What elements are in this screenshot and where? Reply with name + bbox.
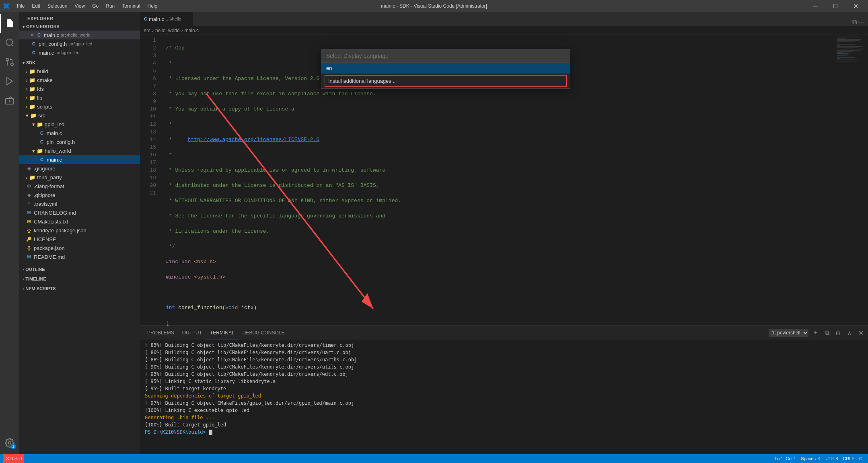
file-package-json[interactable]: {} package.json: [19, 244, 140, 252]
file-changelog[interactable]: M CHANGELOG.md: [19, 208, 140, 217]
error-count: 0: [10, 456, 13, 461]
minimize-button[interactable]: ─: [806, 0, 825, 12]
new-terminal-btn[interactable]: +: [812, 329, 820, 337]
menu-run[interactable]: Run: [103, 2, 118, 10]
install-languages-option[interactable]: Install additional languages...: [325, 75, 567, 87]
file-clang-format[interactable]: ⚙ .clang-format: [19, 182, 140, 191]
file-main-gpio[interactable]: C main.c: [19, 129, 140, 137]
tab-terminal[interactable]: TERMINAL: [206, 326, 239, 340]
folder-cmake[interactable]: › 📁 cmake: [19, 76, 140, 84]
close-main-hello-btn[interactable]: ✕: [31, 33, 34, 38]
md-icon-readme: M: [26, 254, 32, 260]
file-gitignore2[interactable]: ◈ .gitignore: [19, 191, 140, 199]
lang-option-en[interactable]: en: [321, 63, 570, 74]
file-kendryte-pkg[interactable]: {} kendryte-package.json: [19, 226, 140, 235]
timeline-chevron: ›: [23, 277, 24, 281]
sdk-header[interactable]: ▾ SDK: [19, 59, 140, 67]
npm-scripts-header[interactable]: › NPM SCRIPTS: [19, 285, 140, 293]
file-readme-label: README.md: [34, 254, 65, 260]
activity-git[interactable]: [0, 52, 19, 72]
menu-selection[interactable]: Selection: [44, 2, 70, 10]
tab-main-c[interactable]: C main.c ...\\hello ✕: [140, 12, 193, 26]
file-travis[interactable]: ! .travis.yml: [19, 199, 140, 208]
file-main-hello[interactable]: C main.c: [19, 155, 140, 164]
kill-terminal-btn[interactable]: 🗑: [834, 329, 842, 337]
tab-bar: C main.c ...\\hello ✕ ⧉ ⋯: [140, 12, 868, 26]
status-encoding[interactable]: UTF-8: [823, 454, 840, 463]
status-eol[interactable]: CRLF: [840, 454, 857, 463]
close-button[interactable]: ✕: [846, 0, 865, 12]
warning-icon: ⚠: [14, 456, 18, 461]
status-language[interactable]: C: [857, 454, 865, 463]
breadcrumb-src[interactable]: src: [144, 28, 150, 33]
folder-lib-icon: 📁: [29, 95, 35, 101]
breadcrumb-mainc[interactable]: main.c: [185, 28, 199, 33]
travis-icon: !: [26, 201, 32, 207]
tab-label: main.c: [149, 16, 164, 22]
file-license[interactable]: 🔑 LICENSE: [19, 235, 140, 244]
tab-output[interactable]: OUTPUT: [178, 326, 206, 340]
h-file-icon: C: [31, 41, 37, 47]
folder-lds[interactable]: › 📁 lds: [19, 84, 140, 93]
command-palette-input[interactable]: [321, 49, 570, 63]
eol-text: CRLF: [843, 456, 854, 461]
menu-terminal[interactable]: Terminal: [119, 2, 143, 10]
sdk-label: SDK: [26, 60, 35, 65]
file-changelog-label: CHANGELOG.md: [34, 210, 76, 216]
terminal-dropdown[interactable]: 1: powershell: [769, 329, 808, 337]
open-editor-pinconfig[interactable]: C pin_config.h src\gpio_led: [19, 39, 140, 48]
file-pinconfig[interactable]: C pin_config.h: [19, 137, 140, 146]
close-panel-btn[interactable]: ✕: [857, 329, 865, 337]
timeline-header[interactable]: › TIMELINE: [19, 275, 140, 283]
open-editor-pinconfig-path: src\gpio_led: [68, 41, 92, 46]
status-spaces[interactable]: Spaces: 4: [798, 454, 823, 463]
terminal-content[interactable]: [ 83%] Building C object lib/CMakeFiles/…: [140, 340, 868, 454]
file-gitignore[interactable]: ◈ .gitignore: [19, 164, 140, 173]
tab-problems[interactable]: PROBLEMS: [143, 326, 178, 340]
editor-area: C main.c ...\\hello ✕ ⧉ ⋯ src › hello_wo…: [140, 12, 868, 454]
folder-hello-world[interactable]: ▾ 📁 hello_world: [19, 146, 140, 155]
folder-gpio-led[interactable]: ▾ 📁 gpio_led: [19, 120, 140, 129]
folder-hello-icon: 📁: [37, 148, 43, 154]
status-line-col[interactable]: Ln 1, Col 1: [772, 454, 798, 463]
line-numbers: 1 2 3 4 5 6 7 8 9 10 11 12 13 14: [140, 35, 160, 326]
file-cmakelists[interactable]: M CMakeLists.txt: [19, 217, 140, 226]
menu-go[interactable]: Go: [89, 2, 102, 10]
language-text: C: [859, 456, 862, 461]
open-editor-main-hello[interactable]: ✕ C main.c src\hello_world: [19, 31, 140, 39]
svg-point-2: [6, 58, 8, 61]
folder-third-party[interactable]: › 📁 third_party: [19, 173, 140, 182]
folder-build[interactable]: › 📁 build: [19, 67, 140, 76]
menu-help[interactable]: Help: [144, 2, 161, 10]
folder-cmake-label: cmake: [37, 77, 52, 83]
maximize-panel-btn[interactable]: ∧: [845, 329, 854, 337]
folder-lib[interactable]: › 📁 lib: [19, 93, 140, 102]
open-editors-header[interactable]: ▾ OPEN EDITORS: [19, 23, 140, 31]
sidebar-content: ▾ OPEN EDITORS ✕ C main.c src\hello_worl…: [19, 23, 140, 454]
activity-extensions[interactable]: [0, 91, 19, 110]
open-editors-label: OPEN EDITORS: [26, 24, 60, 29]
menu-file[interactable]: File: [14, 2, 28, 10]
folder-third-label: third_party: [37, 174, 62, 180]
outline-header[interactable]: › OUTLINE: [19, 265, 140, 273]
more-actions-icon[interactable]: ⋯: [858, 18, 865, 26]
activity-settings[interactable]: 1: [0, 433, 19, 453]
maximize-button[interactable]: □: [826, 0, 845, 12]
file-readme[interactable]: M README.md: [19, 252, 140, 261]
open-editor-main-gpio[interactable]: C main.c src\gpio_led: [19, 48, 140, 57]
tab-debug-console[interactable]: DEBUG CONSOLE: [239, 326, 289, 340]
title-bar-left: File Edit Selection View Go Run Terminal…: [3, 2, 160, 10]
activity-search[interactable]: [0, 33, 19, 52]
svg-marker-3: [7, 78, 12, 85]
menu-view[interactable]: View: [71, 2, 88, 10]
split-editor-icon[interactable]: ⧉: [852, 18, 857, 26]
split-terminal-btn[interactable]: ⧉: [823, 329, 831, 337]
activity-debug[interactable]: [0, 72, 19, 91]
activity-explorer[interactable]: [0, 14, 19, 33]
folder-src[interactable]: ▾ 📁 src: [19, 111, 140, 120]
breadcrumb-hello-world[interactable]: hello_world: [155, 28, 180, 33]
menu-edit[interactable]: Edit: [29, 2, 43, 10]
status-errors[interactable]: ✕ 0 ⚠ 0: [3, 454, 24, 463]
folder-scripts[interactable]: › 📁 scripts: [19, 102, 140, 111]
json-icon-kendryte: {}: [26, 227, 32, 234]
